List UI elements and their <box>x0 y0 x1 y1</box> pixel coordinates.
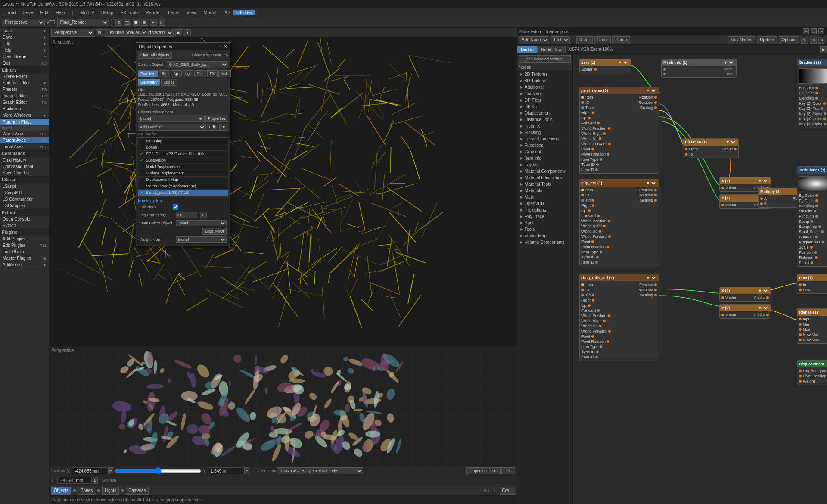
sidebar-ls-commander[interactable]: LS Commander <box>0 196 49 202</box>
menu-modify[interactable]: Modify <box>77 10 97 15</box>
clear-all-objects-btn[interactable]: Clear All Objects <box>138 52 172 59</box>
node-remap[interactable]: Remap (1) ▼ Input Result Min Max <box>797 308 827 344</box>
node-displacement[interactable]: Displacement ▼ Lag Rate (s/m) Pivot Posi… <box>797 360 827 385</box>
nodes-list-item-item-info[interactable]: ▶Item Info <box>517 155 572 162</box>
node-mesh-info-dropdown[interactable]: ▼ <box>722 60 734 65</box>
x-input[interactable] <box>73 467 107 474</box>
sidebar-lscompiler[interactable]: LSCompiler <box>0 202 49 209</box>
menu-items[interactable]: Items <box>165 10 183 15</box>
node-distance[interactable]: Distance (1) ▼ From Result To <box>683 138 739 158</box>
nodes-list-item-constant[interactable]: ▶Constant <box>517 90 572 97</box>
nodes-list-item-3d-textures[interactable]: ▶3D Textures <box>517 78 572 84</box>
z-input[interactable] <box>57 477 92 484</box>
menu-save[interactable]: Save <box>19 10 37 15</box>
subtab-geometry[interactable]: Geometry <box>138 79 160 86</box>
modifier-select[interactable]: Add Modifier <box>138 124 206 131</box>
nodes-list-item-material-integrators[interactable]: ▶Material Integrators <box>517 174 572 181</box>
bottom-viewport[interactable]: Perspective <box>50 345 517 466</box>
x-slider[interactable] <box>115 468 201 473</box>
objects-tab[interactable]: Objects <box>51 487 71 495</box>
node-x2[interactable]: X (2) ▼ Vector Scalar <box>719 287 771 302</box>
node-drag-rails[interactable]: drag_rails_ctrl (1) ▼ Item Position ID R… <box>579 274 659 361</box>
modifier-opts-btn[interactable]: ▼ <box>219 124 228 131</box>
modifier-surface-disp[interactable]: Surface Displacement <box>138 170 228 177</box>
ne-edit-dropdown[interactable]: Edit <box>551 36 570 44</box>
nodes-list-item-materials[interactable]: ▶Materials <box>517 187 572 194</box>
nodes-list-item-openvdb[interactable]: ▶OpenVDB <box>517 200 572 207</box>
menu-load[interactable]: Load <box>2 10 19 15</box>
sidebar-world-axes[interactable]: World Axes +F5 <box>0 131 49 137</box>
sidebar-last-plugin[interactable]: Last Plugin <box>0 249 49 255</box>
node-clip-ctrl-dropdown[interactable]: ▼ <box>644 180 657 186</box>
nodes-list-item-volume-components[interactable]: ▶Volume Components <box>517 239 572 246</box>
nodes-list-item-gradient[interactable]: ▶Gradient <box>517 149 572 155</box>
ne-undo-btn[interactable]: Undo <box>576 36 593 44</box>
edit-node-checkbox[interactable] <box>173 204 178 210</box>
bottom-viewport-mode[interactable]: Perspective <box>51 29 94 37</box>
replacement-select[interactable]: (none) <box>138 115 205 122</box>
nodes-list-item-vector-map[interactable]: ▶Vector Map <box>517 233 572 239</box>
nodes-list-item-material-components[interactable]: ▶Material Components <box>517 168 572 174</box>
node-gradient[interactable]: Gradient (1) ▼ Bg Color Color <box>797 59 827 128</box>
ne-maximize-btn[interactable]: □ <box>811 28 817 34</box>
sidebar-help[interactable]: Help ▼ <box>0 47 49 53</box>
nodes-list-item-tools[interactable]: ▶Tools <box>517 226 572 233</box>
sidebar-lscript-rt[interactable]: LScript/RT <box>0 190 49 196</box>
node-y2[interactable]: Y (2) ▼ Vector Scalar <box>719 304 771 319</box>
sidebar-local-axes[interactable]: Local Axes +F7 <box>0 143 49 150</box>
modifier-disp-map[interactable]: Displacement Map <box>138 177 228 183</box>
create-btn-2[interactable]: Cre... <box>500 487 515 495</box>
tab-primitive[interactable]: Primitive <box>138 70 158 77</box>
toolbar-icon-5[interactable]: ✕ <box>150 19 157 26</box>
tidy-nodes-btn[interactable]: Tidy Nodes <box>728 36 755 44</box>
nodes-list-item-ray-trace[interactable]: ▶Ray Trace <box>517 213 572 220</box>
nodes-list-item-displacement[interactable]: ▶Displacement <box>517 110 572 116</box>
sidebar-parent-in-place[interactable]: Parent in Place <box>0 119 49 125</box>
shade-icon-2[interactable]: ▼ <box>184 29 191 36</box>
modifier-pc2[interactable]: ✓ PC2_Pointer 73 Frames Start 0.0s <box>138 151 228 157</box>
nodes-list-item-material-tools[interactable]: ▶Material Tools <box>517 181 572 187</box>
sidebar-presets[interactable]: Presets F8 <box>0 86 49 93</box>
nodes-list-item-distance-tools[interactable]: ▶Distance Tools <box>517 116 572 123</box>
sel-bottom-btn[interactable]: Sel. <box>489 467 501 474</box>
tab-lg[interactable]: Lg. <box>183 70 193 77</box>
sidebar-clear-scene[interactable]: Clear Scene +I <box>0 53 49 60</box>
shading-select[interactable]: Textured Shaded Solid Wireframe <box>105 29 174 37</box>
options-btn[interactable]: Options <box>779 36 799 44</box>
lights-tab[interactable]: Lights <box>102 487 119 495</box>
node-turbulence[interactable]: Turbulence (1) ▼ Bg Color Color <box>797 166 827 267</box>
menu-fx-tools[interactable]: FX Tools <box>117 10 142 15</box>
node-canvas[interactable]: zero (1) ▼ Scalar Mesh Info (1) ▼ <box>573 54 827 504</box>
bones-tab[interactable]: Bones <box>78 487 95 495</box>
menu-edit[interactable]: Edit <box>37 10 52 15</box>
node-jrnvt-dropdown[interactable]: ▼ <box>644 88 657 93</box>
local-pivot-btn[interactable]: Local Pivot <box>202 228 227 235</box>
ne-icon-1[interactable]: ↻ <box>801 37 808 44</box>
modifier-subdivision[interactable]: ✓ Subdivision <box>138 157 228 164</box>
sidebar-more-windows[interactable]: More Windows ▼ <box>0 112 49 118</box>
sidebar-master-plugins[interactable]: Master Plugins ◉ <box>0 255 49 261</box>
modifier-nodal[interactable]: Nodal Displacement <box>138 164 228 170</box>
nodes-list-item-math[interactable]: ▶Math <box>517 194 572 200</box>
nodes-list-item-fresnel-functions[interactable]: ▶Fresnel Functions <box>517 136 572 142</box>
node-y2-dropdown[interactable]: ▼ <box>756 305 769 311</box>
sidebar-surface-editor[interactable]: Surface Editor ▼ <box>0 80 49 86</box>
sidebar-image-editor[interactable]: Image Editor F9 <box>0 93 49 99</box>
cameras-tab[interactable]: Cameras <box>126 487 149 495</box>
ne-add-node-dropdown[interactable]: Add Node <box>519 36 549 44</box>
main-viewport[interactable]: Perspective <box>50 38 517 345</box>
sidebar-save[interactable]: Save ▼ <box>0 34 49 40</box>
nodes-list-item-layers[interactable]: ▶Layers <box>517 162 572 168</box>
weight-map-select[interactable]: (none) <box>176 236 227 243</box>
properties-bottom-btn[interactable]: Properties <box>466 467 488 474</box>
subtab-edges[interactable]: Edges <box>161 79 177 86</box>
node-x2-dropdown[interactable]: ▼ <box>756 288 769 293</box>
ne-purge-btn[interactable]: Purge <box>612 36 630 44</box>
sidebar-load[interactable]: Load ▼ <box>0 28 49 34</box>
node-mesh-info[interactable]: Mesh Info (1) ▼ (world) (self) <box>661 59 737 78</box>
nodes-list-item-projections[interactable]: ▶Projections <box>517 207 572 213</box>
ne-close-btn[interactable]: ✕ <box>818 28 824 34</box>
modifier-inertia-plus[interactable]: ✓ Inertia_plus (1.00) 07/18 <box>138 190 228 196</box>
toolbar-icon-3[interactable]: 🔲 <box>133 19 140 26</box>
sidebar-additional[interactable]: Additional ▼ <box>0 261 49 268</box>
